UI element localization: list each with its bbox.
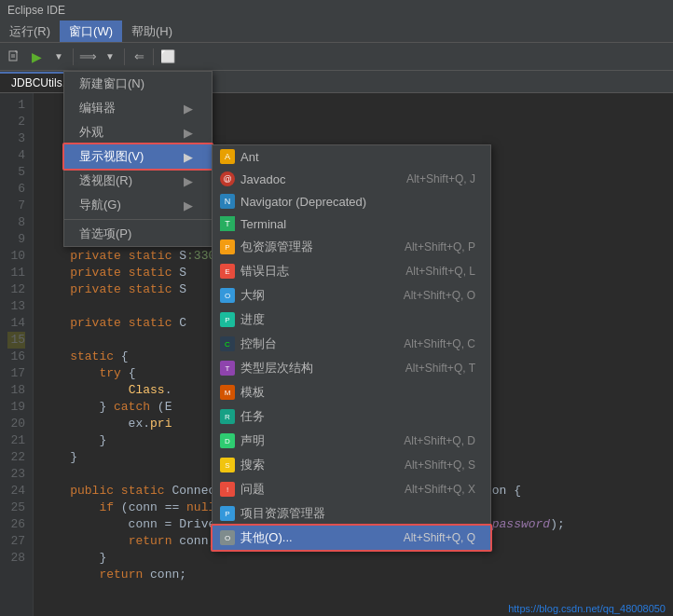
submenu-console[interactable]: C 控制台 Alt+Shift+Q, C <box>213 332 490 356</box>
toolbar-new[interactable] <box>4 47 24 67</box>
type-hier-shortcut: Alt+Shift+Q, T <box>405 362 475 375</box>
search-icon: S <box>220 458 235 472</box>
line-numbers: 1 2 3 4 5 6 7 8 9 10 11 12 13 14 15 16 1… <box>0 93 34 616</box>
menu-show-view[interactable]: 显示视图(V) ▶ A Ant @ Javadoc Alt+Shift+Q, J <box>64 144 212 169</box>
javadoc-icon: @ <box>220 171 235 186</box>
decl-shortcut: Alt+Shift+Q, D <box>404 434 475 447</box>
submenu-error-log[interactable]: E 错误日志 Alt+Shift+Q, L <box>213 259 490 283</box>
toolbar-arrow-right[interactable]: ⟹ <box>77 47 98 67</box>
menu-appearance[interactable]: 外观 ▶ <box>64 120 212 144</box>
terminal-icon: T <box>220 216 235 231</box>
submenu-navigator[interactable]: N Navigator (Deprecated) <box>213 190 490 212</box>
submenu-template[interactable]: M 模板 <box>213 380 490 404</box>
show-view-submenu: A Ant @ Javadoc Alt+Shift+Q, J N Navigat… <box>212 144 491 551</box>
progress-icon: P <box>220 312 235 327</box>
menu-preferences[interactable]: 首选项(P) <box>64 222 212 246</box>
show-view-arrow: ▶ <box>184 150 193 164</box>
menu-editor[interactable]: 编辑器 ▶ <box>64 96 212 120</box>
toolbar-sep-1 <box>73 48 74 65</box>
console-icon: C <box>220 336 235 351</box>
decl-icon: D <box>220 433 235 448</box>
submenu-decl[interactable]: D 声明 Alt+Shift+Q, D <box>213 429 490 453</box>
toolbar-dropdown[interactable]: ▼ <box>48 47 69 67</box>
navigate-arrow: ▶ <box>184 198 193 212</box>
submenu-outline[interactable]: O 大纲 Alt+Shift+Q, O <box>213 283 490 308</box>
menu-sep-1 <box>64 219 212 220</box>
type-hier-icon: T <box>220 361 235 376</box>
status-url: https://blog.csdn.net/qq_48008050 <box>508 603 666 614</box>
other-icon: O <box>220 530 235 545</box>
project-explorer-icon: P <box>220 506 235 521</box>
submenu-type-hier[interactable]: T 类型层次结构 Alt+Shift+Q, T <box>213 356 490 380</box>
main-area: JDBCUtils.java 1 2 3 4 5 6 7 8 9 10 11 1… <box>0 71 673 616</box>
submenu-progress[interactable]: P 进度 <box>213 308 490 332</box>
window-dropdown: 新建窗口(N) 编辑器 ▶ 外观 ▶ 显示视图(V) ▶ A <box>63 71 213 247</box>
toolbar-export[interactable]: ⬜ <box>158 47 178 67</box>
submenu-search[interactable]: S 搜索 Alt+Shift+Q, S <box>213 453 490 477</box>
template-icon: M <box>220 385 235 400</box>
submenu-other[interactable]: O 其他(O)... Alt+Shift+Q, Q <box>213 526 490 550</box>
ant-icon: A <box>220 149 235 164</box>
submenu-task[interactable]: R 任务 <box>213 404 490 429</box>
toolbar-arrow-left2[interactable]: ⇐ <box>129 47 149 67</box>
other-shortcut: Alt+Shift+Q, Q <box>404 531 475 544</box>
navigator-icon: N <box>220 194 235 209</box>
menu-perspective[interactable]: 透视图(R) ▶ <box>64 169 212 193</box>
task-icon: R <box>220 409 235 424</box>
error-shortcut: Alt+Shift+Q, L <box>405 265 475 278</box>
toolbar-sep-2 <box>124 48 125 65</box>
menu-bar: 运行(R) 窗口(W) 帮助(H) <box>0 21 673 43</box>
title-label: Eclipse IDE <box>7 4 65 17</box>
submenu-terminal[interactable]: T Terminal <box>213 212 490 235</box>
svg-rect-0 <box>9 51 17 61</box>
search-shortcut: Alt+Shift+Q, S <box>405 459 475 472</box>
submenu-pkg-mgr[interactable]: P 包资源管理器 Alt+Shift+Q, P <box>213 235 490 259</box>
toolbar-sep-3 <box>153 48 154 65</box>
outline-icon: O <box>220 288 235 303</box>
toolbar: ▶ ▼ ⟹ ▼ ⇐ ⬜ <box>0 43 673 71</box>
menu-new-window[interactable]: 新建窗口(N) <box>64 72 212 96</box>
problem-shortcut: Alt+Shift+Q, X <box>405 483 475 496</box>
menu-help[interactable]: 帮助(H) <box>122 21 182 42</box>
problem-icon: ! <box>220 482 235 497</box>
perspective-arrow: ▶ <box>184 174 193 188</box>
console-shortcut: Alt+Shift+Q, C <box>404 337 475 350</box>
pkg-mgr-shortcut: Alt+Shift+Q, P <box>405 240 475 253</box>
javadoc-shortcut: Alt+Shift+Q, J <box>406 172 475 185</box>
toolbar-dropdown-2[interactable]: ▼ <box>100 47 120 67</box>
error-icon: E <box>220 264 235 279</box>
appearance-arrow: ▶ <box>184 126 193 140</box>
editor-arrow: ▶ <box>184 102 193 116</box>
submenu-project-explorer[interactable]: P 项目资源管理器 <box>213 501 490 526</box>
outline-shortcut: Alt+Shift+Q, O <box>404 289 475 302</box>
toolbar-run-green[interactable]: ▶ <box>26 47 47 67</box>
submenu-problem[interactable]: ! 问题 Alt+Shift+Q, X <box>213 477 490 501</box>
submenu-javadoc[interactable]: @ Javadoc Alt+Shift+Q, J <box>213 168 490 190</box>
menu-run[interactable]: 运行(R) <box>0 21 60 42</box>
pkg-mgr-icon: P <box>220 240 235 254</box>
menu-navigate[interactable]: 导航(G) ▶ <box>64 193 212 217</box>
title-bar: Eclipse IDE <box>0 0 673 21</box>
menu-window[interactable]: 窗口(W) <box>60 21 122 42</box>
submenu-ant[interactable]: A Ant <box>213 145 490 168</box>
